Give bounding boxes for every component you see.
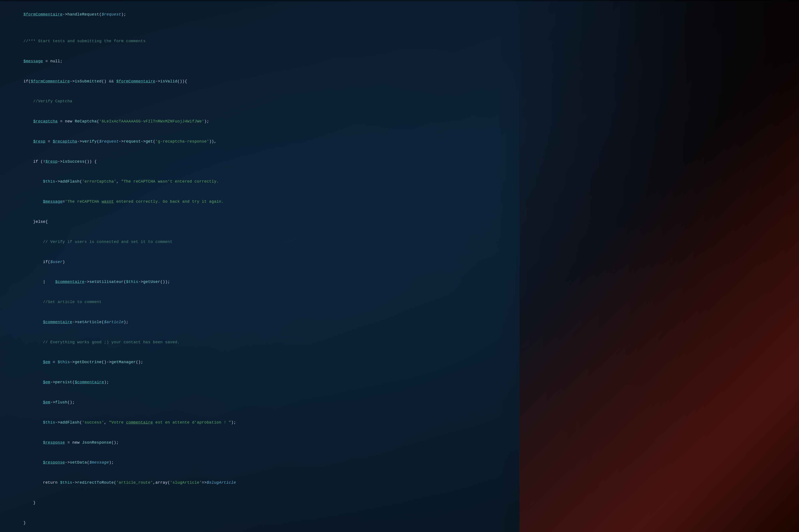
code-line-11: $message='The reCAPTCHA wasnt entered co… (9, 192, 790, 212)
code-line-7: $recaptcha = new ReCaptcha('6LeIxAcTAAAA… (9, 112, 790, 132)
code-line-27: } (9, 513, 790, 532)
code-line-20: $em->persist($commentaire); (9, 373, 790, 393)
top-overlay (0, 0, 799, 2)
code-line-14: if($user) (9, 252, 790, 272)
code-line-6: //Verify Captcha (9, 91, 790, 112)
code-screen: $formCommentaire->handleRequest($request… (0, 0, 799, 532)
code-line-5: if($formCommentaire->isSubmitted() && $f… (9, 71, 790, 91)
code-line-15: | $commentaire->setUtilisateur($this->ge… (9, 272, 790, 292)
code-line-4: $message = null; (9, 51, 790, 71)
code-line-18: // Everything works good ;) your contact… (9, 332, 790, 352)
code-line-2 (9, 24, 790, 31)
code-line-24: $response->setData($message); (9, 453, 790, 473)
code-line-9: if (!$resp->isSuccess()) { (9, 152, 790, 172)
code-line-13: // Verify if users is connected and set … (9, 232, 790, 252)
code-line-21: $em->flush(); (9, 392, 790, 412)
code-content: $formCommentaire->handleRequest($request… (9, 4, 790, 532)
code-line-8: $resp = $recaptcha->verify($request->req… (9, 131, 790, 152)
code-line-22: $this->addFlash('success', "Votre commen… (9, 412, 790, 433)
code-line-23: $response = new JsonResponse(); (9, 433, 790, 453)
code-line-16: //Set article to comment (9, 292, 790, 312)
code-line-19: $em = $this->getDoctrine()->getManager()… (9, 352, 790, 373)
code-line-26: } (9, 493, 790, 513)
code-line-25: return $this->redirectToRoute('article_r… (9, 473, 790, 493)
code-line-12: }else{ (9, 212, 790, 232)
code-line-1: $formCommentaire->handleRequest($request… (9, 4, 790, 24)
code-line-3: //*** Start tests and submitting the for… (9, 31, 790, 51)
code-line-10: $this->addFlash('errorCaptcha', "The reC… (9, 172, 790, 192)
code-line-17: $commentaire->setArticle($article); (9, 312, 790, 332)
